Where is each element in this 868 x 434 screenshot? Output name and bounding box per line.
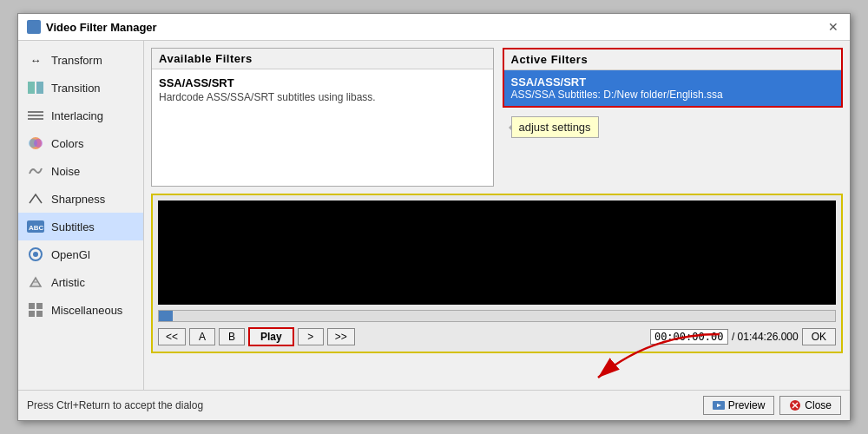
sidebar-label-noise: Noise bbox=[51, 165, 80, 178]
window-close-button[interactable]: ✕ bbox=[825, 19, 841, 35]
svg-rect-14 bbox=[36, 303, 43, 309]
sidebar-item-artistic[interactable]: Artistic bbox=[18, 268, 143, 296]
active-filters-section: Active Filters SSA/ASS/SRT ASS/SSA Subti… bbox=[503, 48, 844, 187]
active-filter-item[interactable]: SSA/ASS/SRT ASS/SSA Subtitles: D:/New fo… bbox=[504, 70, 842, 106]
controls-row: << A B Play > >> / 01:44:26.000 OK bbox=[158, 327, 836, 346]
sidebar-label-miscellaneous: Miscellaneous bbox=[51, 304, 122, 317]
preview-section: << A B Play > >> / 01:44:26.000 OK bbox=[151, 194, 843, 353]
svg-rect-15 bbox=[29, 311, 35, 317]
sidebar-label-artistic: Artistic bbox=[51, 276, 85, 289]
available-filters-content: SSA/ASS/SRT Hardcode ASS/SSA/SRT subtitl… bbox=[152, 69, 493, 186]
window-title: Video Filter Manager bbox=[46, 21, 157, 34]
svg-rect-1 bbox=[36, 82, 43, 94]
sidebar-label-interlacing: Interlacing bbox=[51, 109, 103, 122]
svg-point-11 bbox=[33, 252, 38, 257]
sharpness-icon bbox=[27, 190, 44, 207]
preview-icon bbox=[713, 399, 725, 411]
interlacing-icon bbox=[27, 107, 44, 124]
active-filter-name: SSA/ASS/SRT bbox=[511, 76, 835, 89]
sidebar-label-transition: Transition bbox=[51, 82, 101, 95]
active-filters-panel: Active Filters SSA/ASS/SRT ASS/SSA Subti… bbox=[503, 48, 844, 108]
time-total: / 01:44:26.000 bbox=[732, 331, 799, 343]
adjust-settings-tooltip: adjust settings bbox=[511, 116, 599, 138]
svg-point-7 bbox=[34, 139, 43, 148]
svg-rect-16 bbox=[36, 311, 43, 317]
video-preview bbox=[158, 201, 836, 305]
transform-icon: ↔ bbox=[27, 51, 44, 69]
main-content: ↔ Transform Transition Interlacing bbox=[18, 41, 850, 390]
right-panel: Available Filters SSA/ASS/SRT Hardcode A… bbox=[144, 41, 850, 390]
rewind-button[interactable]: << bbox=[158, 328, 186, 345]
opengl-icon bbox=[27, 246, 44, 263]
svg-rect-0 bbox=[28, 82, 35, 94]
sidebar: ↔ Transform Transition Interlacing bbox=[18, 41, 144, 390]
sidebar-label-colors: Colors bbox=[51, 137, 84, 150]
progress-bar[interactable] bbox=[158, 310, 836, 322]
available-filter-desc: Hardcode ASS/SSA/SRT subtitles using lib… bbox=[159, 91, 486, 103]
close-icon bbox=[789, 399, 801, 411]
sidebar-label-opengl: OpenGl bbox=[51, 248, 90, 261]
noise-icon bbox=[27, 162, 44, 180]
time-current-input[interactable] bbox=[650, 329, 728, 345]
available-filters-panel: Available Filters SSA/ASS/SRT Hardcode A… bbox=[151, 48, 494, 187]
sidebar-item-miscellaneous[interactable]: Miscellaneous bbox=[18, 296, 143, 324]
main-window: Video Filter Manager ✕ ↔ Transform Trans… bbox=[17, 13, 851, 421]
available-filters-header: Available Filters bbox=[152, 49, 493, 69]
artistic-icon bbox=[27, 273, 44, 291]
preview-button[interactable]: Preview bbox=[703, 396, 775, 415]
title-bar-left: Video Filter Manager bbox=[27, 20, 157, 34]
close-label: Close bbox=[805, 399, 832, 411]
colors-icon bbox=[27, 135, 44, 152]
sidebar-item-interlacing[interactable]: Interlacing bbox=[18, 102, 143, 129]
transition-icon bbox=[27, 79, 44, 96]
close-button[interactable]: Close bbox=[779, 396, 841, 415]
svg-text:ABC: ABC bbox=[29, 224, 44, 232]
tooltip-row: adjust settings bbox=[503, 113, 844, 138]
active-filters-header: Active Filters bbox=[504, 49, 842, 70]
miscellaneous-icon bbox=[27, 301, 44, 319]
sidebar-label-transform: Transform bbox=[51, 54, 102, 67]
time-display: / 01:44:26.000 OK bbox=[650, 328, 836, 345]
available-filter-name: SSA/ASS/SRT bbox=[159, 76, 486, 89]
active-filters-content: SSA/ASS/SRT ASS/SSA Subtitles: D:/New fo… bbox=[504, 70, 842, 106]
sidebar-item-opengl[interactable]: OpenGl bbox=[18, 240, 143, 268]
active-filter-desc: ASS/SSA Subtitles: D:/New folder/English… bbox=[511, 89, 835, 101]
sidebar-item-noise[interactable]: Noise bbox=[18, 157, 143, 185]
status-bar: Press Ctrl+Return to accept the dialog P… bbox=[18, 390, 850, 420]
mark-a-button[interactable]: A bbox=[189, 328, 215, 345]
svg-rect-13 bbox=[29, 303, 35, 309]
sidebar-item-sharpness[interactable]: Sharpness bbox=[18, 185, 143, 213]
app-icon bbox=[27, 20, 41, 34]
sidebar-item-transform[interactable]: ↔ Transform bbox=[18, 46, 143, 74]
play-button[interactable]: Play bbox=[248, 327, 294, 346]
fast-forward-button[interactable]: >> bbox=[327, 328, 355, 345]
sidebar-item-subtitles[interactable]: ABC Subtitles bbox=[18, 213, 143, 240]
subtitles-icon: ABC bbox=[27, 218, 44, 235]
sidebar-label-sharpness: Sharpness bbox=[51, 193, 105, 206]
preview-label: Preview bbox=[728, 399, 766, 411]
active-filters-wrapper: Active Filters SSA/ASS/SRT ASS/SSA Subti… bbox=[503, 48, 844, 108]
sidebar-label-subtitles: Subtitles bbox=[51, 220, 95, 233]
ok-button[interactable]: OK bbox=[802, 328, 836, 345]
step-forward-button[interactable]: > bbox=[298, 328, 324, 345]
filters-row: Available Filters SSA/ASS/SRT Hardcode A… bbox=[151, 48, 843, 187]
progress-indicator bbox=[159, 311, 173, 321]
mark-b-button[interactable]: B bbox=[219, 328, 245, 345]
title-bar: Video Filter Manager ✕ bbox=[18, 14, 850, 41]
status-hint: Press Ctrl+Return to accept the dialog bbox=[27, 399, 203, 411]
sidebar-item-colors[interactable]: Colors bbox=[18, 129, 143, 157]
bottom-buttons: Preview Close bbox=[703, 396, 841, 415]
sidebar-item-transition[interactable]: Transition bbox=[18, 74, 143, 102]
